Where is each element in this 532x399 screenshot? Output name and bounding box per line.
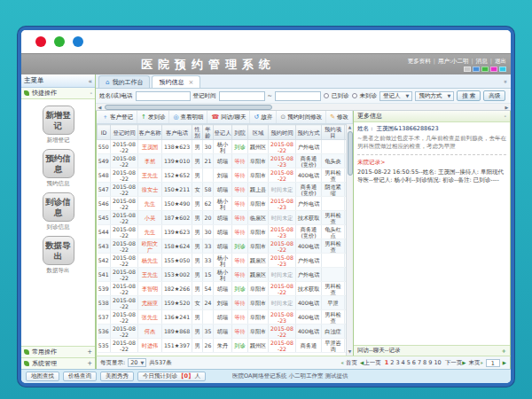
table-row[interactable]: 5432015-08-22欧阳文广158★624男33胡瑞到诊阜阳市2015-0… — [98, 239, 347, 254]
last-page-button[interactable]: 末页» — [468, 359, 482, 367]
column-header[interactable]: 客户电话 — [162, 125, 192, 140]
expand-icon[interactable]: + — [502, 348, 506, 355]
search-name-input[interactable] — [136, 91, 191, 101]
abandon-button[interactable]: ↺放弃 — [250, 111, 277, 123]
minimize-icon[interactable]: - — [504, 113, 506, 120]
column-header[interactable]: 区域 — [248, 125, 269, 140]
shortcut-button-1[interactable]: 新增登记 — [43, 106, 74, 135]
table-row[interactable]: 5502015-08-22王茂国138★623男30杨小利到诊颍州区2015-0… — [98, 140, 347, 154]
reg-time-from-input[interactable] — [219, 91, 265, 101]
radio-arrived[interactable] — [324, 93, 329, 98]
tab-appointment-info[interactable]: 预约信息 × — [152, 75, 200, 88]
per-page-select[interactable]: 20 ▼ — [128, 358, 146, 367]
table-row[interactable]: 5452015-08-22小吴187★602男20胡瑞等待临泉区时间未定技术获取… — [98, 211, 347, 225]
expand-icon[interactable]: + — [87, 360, 92, 367]
status-square-icon[interactable] — [464, 66, 471, 72]
column-header[interactable]: 客户名称 — [138, 125, 162, 140]
view-detail-button[interactable]: ◎查看明细 — [169, 111, 207, 123]
status-square-icon[interactable] — [499, 66, 506, 72]
column-header[interactable]: 性别 — [192, 125, 203, 140]
registrar-select[interactable]: 登记人 ▼ — [379, 91, 412, 101]
goto-page-input[interactable]: 1 — [486, 359, 500, 367]
table-row[interactable]: 5492015-08-22李然139★010男21胡瑞等待阜阳市2015-08-… — [98, 154, 347, 168]
page-number[interactable]: 10 — [433, 359, 442, 366]
sidebar-section-quick-ops[interactable]: 快捷操作 - — [21, 88, 95, 99]
table-row[interactable]: 5392015-08-22李智明182★266男54胡瑞到诊阜阳市2015-08… — [98, 282, 347, 296]
scroll-right-icon[interactable]: ▶ — [503, 105, 511, 110]
topbar-link[interactable]: 更多资料 — [408, 58, 431, 65]
sidebar-section-collapsed[interactable]: 常用操作+ — [21, 346, 95, 357]
table-row[interactable]: 5362015-08-22何杰189★868男35胡瑞等待阜阳市2015-08-… — [98, 325, 347, 339]
edit-button[interactable]: ✎修改 — [326, 111, 353, 123]
topbar-link[interactable]: 消息 — [476, 58, 488, 65]
table-row[interactable]: 5372015-08-22张先生136★241男胡瑞等待阜阳市2015-08-2… — [98, 310, 347, 325]
status-square-icon[interactable] — [473, 66, 480, 72]
column-header[interactable]: ID — [98, 125, 111, 140]
traffic-dot-red-icon[interactable] — [35, 36, 46, 47]
appt-time-edit-button[interactable]: ⊙预约时间修改 — [277, 111, 326, 123]
callback-chat-button[interactable]: ☎回访/聊天 — [207, 111, 250, 123]
tab-workbench[interactable]: ⌂ 我的工作台 — [98, 75, 150, 88]
column-header[interactable]: 预约时间 — [269, 125, 296, 140]
scrollbar-track[interactable] — [104, 105, 503, 110]
table-row[interactable]: 5412015-08-22王先生153★002男15杨小利等待颍泉区时间未定户外… — [98, 268, 347, 282]
panel-collapse-icon[interactable]: « — [502, 79, 509, 82]
table-row[interactable]: 5472015-08-22徐女士150★211女58胡瑞等待颍上县时间未定商务通… — [98, 183, 347, 197]
table-row[interactable]: 5442015-08-22先生139★623男30胡瑞等待阜阳市2015-08-… — [98, 225, 347, 239]
table-cell: 2015-08-23 — [269, 197, 296, 211]
statusbar-button[interactable]: 地图查找 — [26, 372, 59, 381]
customer-register-button[interactable]: ＋客户登记 — [98, 111, 137, 123]
expand-icon[interactable]: + — [87, 348, 92, 356]
column-header[interactable]: 年龄 — [203, 125, 214, 140]
section-minimize-icon[interactable]: - — [90, 90, 92, 97]
close-icon[interactable]: × — [188, 79, 193, 86]
page-number[interactable]: 4 — [401, 359, 406, 366]
traffic-dot-green-icon[interactable] — [54, 36, 65, 47]
column-header[interactable]: 登记时间 — [111, 125, 138, 140]
sidebar-collapse-icon[interactable]: « — [88, 77, 92, 85]
first-page-button[interactable]: « 首页 — [341, 359, 357, 367]
table-row[interactable]: 5382015-08-22尤丽亚159★520女24刘瑞等待阜阳市时间未定400… — [98, 296, 347, 310]
status-square-icon[interactable] — [481, 66, 489, 72]
table-row[interactable]: 5462015-08-22先生150★490男62杨小利等待阜阳市2015-08… — [98, 197, 347, 211]
vertical-scrollbar[interactable]: ▲ ▼ — [346, 124, 353, 356]
topbar-link[interactable]: 退出 — [495, 58, 506, 65]
channel-select[interactable]: 预约方式 ▼ — [415, 91, 454, 101]
scroll-down-icon[interactable]: ▼ — [348, 348, 351, 356]
advanced-button[interactable]: 高级 — [483, 90, 505, 101]
next-page-button[interactable]: 下一页▶ — [445, 359, 466, 367]
table-cell: 548 — [98, 168, 111, 183]
shortcut-button-2[interactable]: 预约信息 — [43, 149, 74, 178]
table-row[interactable]: 5482015-08-22王先生152★652男刘瑞等待阜阳市2015-08-2… — [98, 168, 347, 183]
column-header[interactable]: 到院 — [232, 125, 248, 140]
traffic-dot-blue-icon[interactable] — [73, 36, 83, 47]
column-header[interactable]: 登记人 — [214, 125, 232, 140]
v-scrollbar-thumb[interactable] — [348, 131, 353, 176]
table-cell: 2015-08-22 — [269, 325, 296, 339]
status-square-icon[interactable] — [490, 66, 497, 72]
table-row[interactable]: 5352015-08-22时进伟151★397男26朱丹到诊颍州区2015-08… — [98, 339, 347, 353]
table-row[interactable]: 5422015-08-22杨先生155★050男33杨小利等待颍泉区2015-0… — [98, 254, 347, 268]
search-button[interactable]: 搜 索 — [457, 90, 481, 101]
page-number[interactable]: 5 — [406, 359, 411, 366]
shortcut-button-4[interactable]: 数据导出 — [43, 236, 74, 265]
statusbar-button[interactable]: 美图秀秀 — [100, 372, 134, 381]
horizontal-scrollbar[interactable]: ◀ ▶ — [96, 104, 511, 111]
today-expected-button[interactable]: 今日预计到诊 【0】 人 — [137, 372, 206, 381]
reg-time-to-input[interactable] — [275, 91, 321, 101]
topbar-link[interactable]: 用户:小二明 — [438, 58, 469, 65]
send-arrival-button[interactable]: ↑发到诊 — [137, 111, 169, 123]
prev-page-button[interactable]: ◀上一页 — [360, 359, 381, 367]
page-number[interactable]: 3 — [395, 359, 400, 366]
scroll-left-icon[interactable]: ◀ — [96, 105, 104, 110]
scroll-up-icon[interactable]: ▲ — [348, 124, 351, 131]
radio-not-arrived[interactable] — [352, 93, 357, 98]
column-header[interactable]: 预约项目 — [322, 125, 345, 140]
sidebar-section-collapsed[interactable]: 系统管理+ — [21, 357, 95, 369]
goto-page-button[interactable]: ▶ — [503, 360, 506, 365]
statusbar-button[interactable]: 价格查询 — [63, 372, 97, 381]
column-header[interactable]: 预约方式 — [296, 125, 322, 140]
callback-chat-bar[interactable]: 回访--聊天--记录 + — [354, 345, 510, 356]
scrollbar-thumb[interactable] — [105, 105, 272, 110]
shortcut-button-3[interactable]: 到诊信息 — [43, 192, 74, 222]
